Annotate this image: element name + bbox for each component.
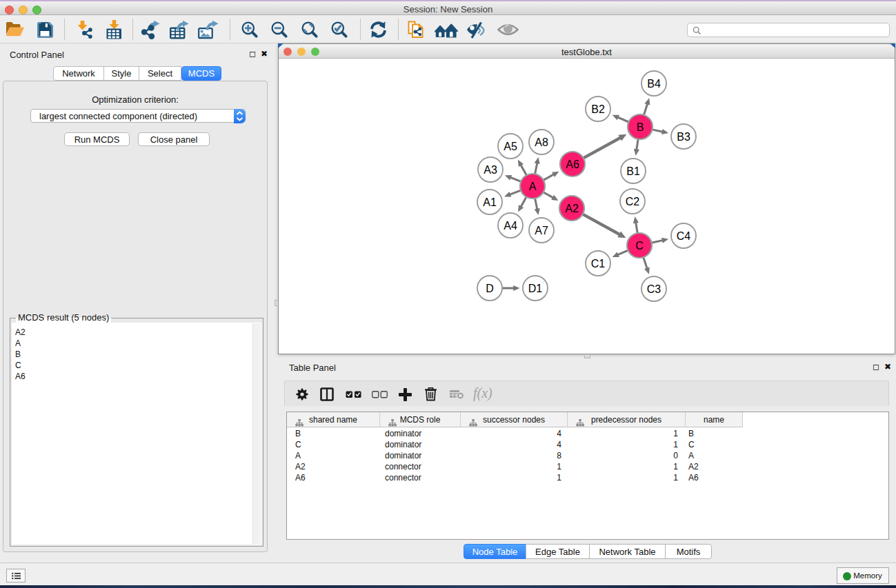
svg-text:B4: B4 xyxy=(647,78,661,90)
svg-text:C1: C1 xyxy=(591,258,606,270)
svg-text:C2: C2 xyxy=(626,196,640,207)
svg-text:A5: A5 xyxy=(504,141,517,152)
svg-text:B3: B3 xyxy=(677,131,690,143)
svg-text:A6: A6 xyxy=(566,159,579,170)
svg-text:A7: A7 xyxy=(535,225,548,236)
svg-text:B1: B1 xyxy=(626,165,640,177)
svg-text:B: B xyxy=(637,121,644,133)
svg-text:D1: D1 xyxy=(528,283,543,294)
svg-text:A8: A8 xyxy=(535,136,548,148)
svg-text:A: A xyxy=(529,181,537,192)
svg-text:C: C xyxy=(635,240,644,252)
svg-text:B2: B2 xyxy=(591,103,605,115)
svg-text:C4: C4 xyxy=(677,230,691,242)
svg-text:A1: A1 xyxy=(483,196,497,208)
svg-text:C3: C3 xyxy=(647,283,661,295)
svg-text:D: D xyxy=(486,283,494,294)
svg-text:A4: A4 xyxy=(504,220,517,232)
svg-text:A2: A2 xyxy=(565,203,579,214)
svg-text:A3: A3 xyxy=(484,164,497,176)
